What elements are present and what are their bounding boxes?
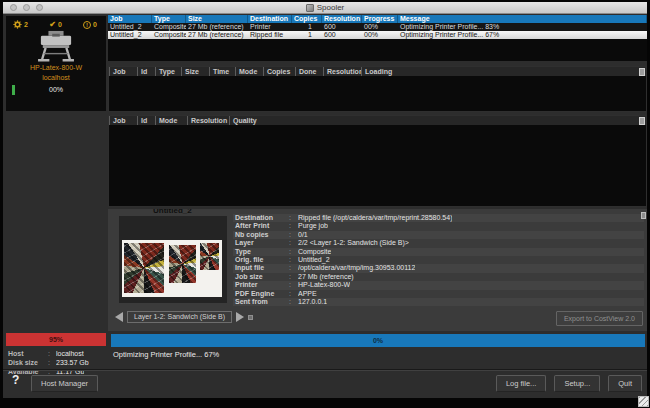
resize-grip[interactable] bbox=[638, 396, 649, 407]
job-table-header: JobTypeSizeDestinationCopiesResolutionPr… bbox=[108, 15, 647, 23]
job-table-rows: Untitled_2Composite27 Mb (reference)Prin… bbox=[108, 23, 647, 39]
column-header-resolution[interactable]: Resolution bbox=[187, 116, 229, 125]
printer-progress-label: 00% bbox=[6, 85, 106, 95]
preview-image-1 bbox=[124, 243, 164, 293]
traffic-lights bbox=[10, 4, 43, 11]
field-row: Printer:HP-Latex-800-W bbox=[233, 281, 644, 289]
zoom-button[interactable] bbox=[36, 4, 43, 11]
job-detail-panel: Untitled_2 Destination:Ripped file (/opt… bbox=[108, 209, 647, 331]
printer-status-panel[interactable]: 2 ✔ 0 ! 0 HP-Latex-800-W bbox=[6, 16, 106, 111]
job-detail-fields: Destination:Ripped file (/opt/caldera/va… bbox=[233, 214, 644, 307]
alert-count: 0 bbox=[93, 21, 97, 28]
detail-scrollbar-thumb[interactable] bbox=[641, 212, 646, 219]
preview-image-3 bbox=[200, 243, 219, 270]
column-header-type[interactable]: Type bbox=[155, 67, 181, 76]
title-bar[interactable]: Spooler bbox=[3, 2, 647, 14]
queued-count: 2 bbox=[24, 21, 28, 28]
previous-layer-icon[interactable] bbox=[115, 312, 123, 322]
field-row: Type:Composite bbox=[233, 248, 644, 256]
column-header-job[interactable]: Job bbox=[109, 67, 137, 76]
field-row: Layer:2/2 <Layer 1-2: Sandwich (Side B)> bbox=[233, 239, 644, 247]
field-row: After Print:Purge job bbox=[233, 222, 644, 230]
field-row: Nb copies:0/1 bbox=[233, 231, 644, 239]
printer-counters: 2 ✔ 0 ! 0 bbox=[6, 16, 106, 29]
status-message: Optimizing Printer Profile... 67% bbox=[113, 350, 219, 359]
column-header-destination[interactable]: Destination bbox=[248, 15, 292, 23]
column-header-type[interactable]: Type bbox=[152, 15, 186, 23]
gear-icon bbox=[13, 20, 22, 29]
column-header-copies[interactable]: Copies bbox=[263, 67, 295, 76]
minimize-button[interactable] bbox=[23, 4, 30, 11]
window-title-text: Spooler bbox=[317, 3, 345, 12]
job-queue-table: JobTypeSizeDestinationCopiesResolutionPr… bbox=[108, 15, 647, 61]
column-header-job[interactable]: Job bbox=[108, 15, 152, 23]
attention-counter: ! 0 bbox=[83, 21, 97, 29]
column-header-copies[interactable]: Copies bbox=[292, 15, 322, 23]
cell: 1 bbox=[292, 23, 322, 31]
done-counter: ✔ 0 bbox=[49, 21, 62, 29]
job-detail-title: Untitled_2 bbox=[153, 209, 192, 215]
column-header-progress[interactable]: Progress bbox=[362, 15, 398, 23]
check-icon: ✔ bbox=[49, 21, 56, 29]
cell: Composite bbox=[152, 31, 186, 39]
field-row: Destination:Ripped file (/opt/caldera/va… bbox=[233, 214, 644, 222]
layer-navigator: Layer 1-2: Sandwich (Side B) bbox=[115, 311, 253, 323]
print-table-header: JobIdModeResolutionQuality bbox=[109, 116, 646, 125]
printer-host: localhost bbox=[6, 74, 106, 81]
printer-progress-bar: 00% bbox=[6, 85, 106, 95]
queued-counter: 2 bbox=[13, 20, 28, 29]
column-header-quality[interactable]: Quality bbox=[229, 116, 646, 125]
help-icon[interactable]: ? bbox=[12, 373, 19, 387]
column-header-time[interactable]: Time bbox=[209, 67, 235, 76]
job-row[interactable]: Untitled_2Composite27 Mb (reference)Ripp… bbox=[108, 31, 647, 39]
log-file-button[interactable]: Log file... bbox=[496, 375, 546, 392]
footer-buttons: Log file... Setup... Quit bbox=[496, 375, 642, 392]
field-row: Job size:27 Mb (reference) bbox=[233, 273, 644, 281]
column-header-id[interactable]: Id bbox=[137, 67, 155, 76]
column-header-mode[interactable]: Mode bbox=[235, 67, 263, 76]
column-header-size[interactable]: Size bbox=[186, 15, 248, 23]
column-header-done[interactable]: Done bbox=[295, 67, 323, 76]
cell: Composite bbox=[152, 23, 186, 31]
setup-button[interactable]: Setup... bbox=[554, 375, 600, 392]
job-preview-box[interactable] bbox=[119, 216, 227, 303]
layer-option-button[interactable] bbox=[248, 315, 253, 320]
column-header-message[interactable]: Message bbox=[398, 15, 647, 23]
column-header-resolution[interactable]: Resolution bbox=[323, 67, 361, 76]
job-preview-canvas bbox=[122, 240, 222, 297]
column-header-job[interactable]: Job bbox=[109, 116, 137, 125]
cell: Optimizing Printer Profile... 83% bbox=[398, 23, 647, 31]
scrollbar-thumb[interactable] bbox=[639, 117, 645, 125]
print-table: JobIdModeResolutionQuality bbox=[108, 115, 647, 207]
layer-label: Layer 1-2: Sandwich (Side B) bbox=[127, 311, 232, 323]
host-manager-button[interactable]: Host Manager bbox=[31, 375, 98, 392]
cell: 1 bbox=[292, 31, 322, 39]
cell: 00% bbox=[362, 23, 398, 31]
done-count: 0 bbox=[58, 21, 62, 28]
scrollbar-thumb[interactable] bbox=[639, 68, 645, 76]
job-row[interactable]: Untitled_2Composite27 Mb (reference)Prin… bbox=[108, 23, 647, 31]
export-costview-button[interactable]: Export to CostView 2.0 bbox=[556, 311, 643, 326]
cell: Untitled_2 bbox=[108, 31, 152, 39]
close-button[interactable] bbox=[10, 4, 17, 11]
column-header-size[interactable]: Size bbox=[181, 67, 209, 76]
nest-table-header: JobIdTypeSizeTimeModeCopiesDoneResolutio… bbox=[109, 67, 646, 76]
cell: 27 Mb (reference) bbox=[186, 23, 248, 31]
field-row: PDF Engine:APPE bbox=[233, 290, 644, 298]
cell: 600 bbox=[322, 31, 362, 39]
field-row: Disk size:233.57 Gb bbox=[6, 358, 108, 367]
column-header-loading[interactable]: Loading bbox=[361, 67, 646, 76]
next-layer-icon[interactable] bbox=[236, 312, 244, 322]
column-header-mode[interactable]: Mode bbox=[155, 116, 187, 125]
preview-image-2 bbox=[169, 245, 196, 283]
spooler-window: Spooler 2 bbox=[0, 0, 650, 408]
disk-usage-bar: 95% bbox=[6, 333, 106, 346]
field-row: Host:localhost bbox=[6, 349, 108, 358]
column-header-resolution[interactable]: Resolution bbox=[322, 15, 362, 23]
host-info: Host:localhostDisk size:233.57 GbAvailab… bbox=[6, 349, 108, 376]
quit-button[interactable]: Quit bbox=[608, 375, 642, 392]
field-row: Orig. file:Untitled_2 bbox=[233, 256, 644, 264]
column-header-id[interactable]: Id bbox=[137, 116, 155, 125]
field-row: Sent from:127.0.0.1 bbox=[233, 298, 644, 306]
alert-icon: ! bbox=[83, 21, 91, 29]
